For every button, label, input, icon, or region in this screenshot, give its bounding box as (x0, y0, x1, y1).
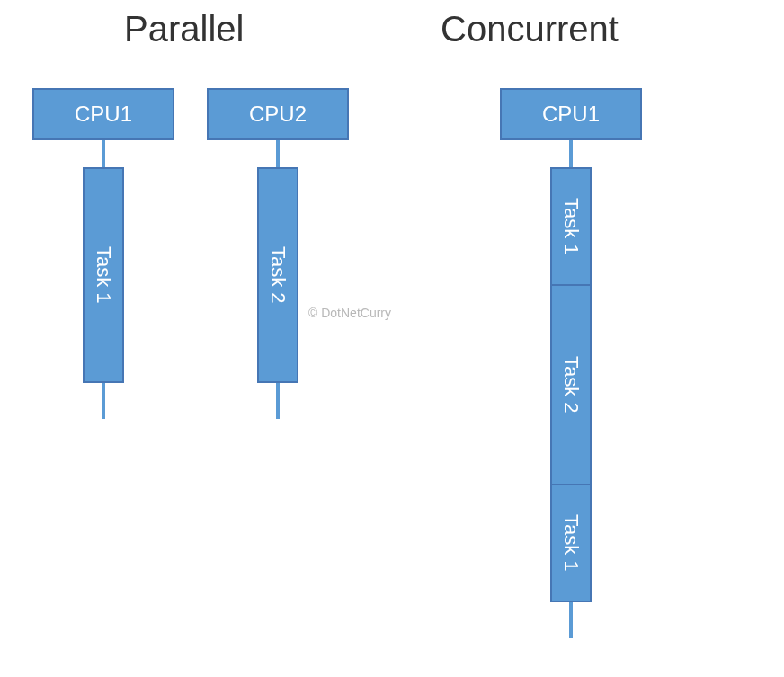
concurrent-slice-2: Task 1 (550, 484, 592, 602)
title-parallel: Parallel (124, 9, 244, 49)
concurrent-slice-0-label: Task 1 (559, 198, 583, 255)
concurrent-slice-0: Task 1 (550, 167, 592, 286)
watermark: © DotNetCurry (308, 306, 391, 320)
parallel-cpu2-task: Task 2 (257, 167, 298, 383)
concurrent-slice-1: Task 2 (550, 284, 592, 485)
parallel-cpu1-box: CPU1 (32, 88, 174, 140)
concurrent-cpu1-label: CPU1 (542, 102, 600, 127)
parallel-cpu1-label: CPU1 (75, 102, 132, 127)
parallel-cpu1-connector-bottom (102, 383, 105, 419)
title-concurrent: Concurrent (441, 9, 619, 49)
concurrent-slice-2-label: Task 1 (559, 514, 583, 572)
parallel-cpu1-connector-top (102, 140, 105, 167)
concurrent-slice-1-label: Task 2 (559, 356, 583, 414)
parallel-cpu1-task: Task 1 (83, 167, 124, 383)
concurrent-cpu1-connector-top (569, 140, 573, 167)
parallel-cpu2-connector-top (276, 140, 280, 167)
parallel-cpu2-label: CPU2 (249, 102, 307, 127)
concurrent-cpu1-box: CPU1 (500, 88, 642, 140)
parallel-cpu2-connector-bottom (276, 383, 280, 419)
parallel-cpu1-task-label: Task 1 (92, 246, 115, 304)
concurrent-cpu1-connector-bottom (569, 602, 573, 638)
parallel-cpu2-task-label: Task 2 (266, 246, 290, 304)
parallel-cpu2-box: CPU2 (207, 88, 349, 140)
